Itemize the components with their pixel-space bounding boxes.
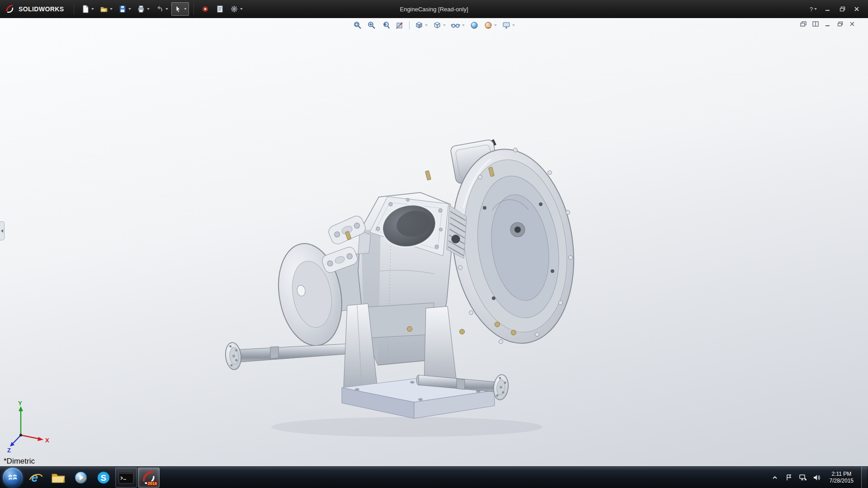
previous-view-button[interactable] (379, 19, 392, 31)
doc-minimize-button[interactable] (824, 20, 832, 28)
taskbar-internet-explorer[interactable]: e (25, 468, 47, 488)
command-prompt-icon (118, 471, 134, 484)
taskbar-solidworks[interactable]: 2015 (138, 468, 160, 488)
show-hidden-icons-button[interactable] (770, 471, 780, 484)
minimize-icon (825, 6, 830, 12)
network-icon (799, 474, 807, 481)
undo-arrow-icon (155, 5, 164, 14)
restore-button[interactable] (836, 4, 848, 14)
edit-appearance-button[interactable] (468, 19, 481, 31)
zoom-to-fit-button[interactable] (351, 19, 364, 31)
brand-text: SOLIDWORKS (19, 5, 64, 13)
start-button[interactable] (3, 468, 23, 488)
document-window-controls (799, 20, 856, 28)
taskbar-command-prompt[interactable] (115, 468, 137, 488)
engine-casing-model[interactable] (0, 18, 868, 466)
solidworks-app-icon: 2015 (141, 470, 156, 485)
save-button[interactable] (116, 2, 133, 16)
print-icon (137, 5, 146, 14)
taskbar-clock[interactable]: 2:11 PM 7/28/2015 (826, 471, 857, 484)
tile-windows-button[interactable] (811, 20, 820, 28)
chevron-up-icon (772, 475, 778, 480)
dropdown-caret-icon (814, 8, 817, 10)
taskbar-windows-explorer[interactable] (47, 468, 69, 488)
tile-icon (812, 21, 819, 27)
apply-scene-button[interactable] (482, 19, 499, 31)
save-floppy-icon (118, 5, 127, 14)
view-settings-button[interactable] (500, 19, 517, 31)
system-tray: 2:11 PM 7/28/2015 (770, 467, 868, 488)
restore-icon (840, 6, 845, 12)
volume-button[interactable] (812, 471, 822, 484)
clock-date: 7/28/2015 (830, 478, 854, 484)
doc-restore-button[interactable] (836, 20, 844, 28)
triad-z-label: Z (7, 447, 11, 453)
undo-button[interactable] (153, 2, 170, 16)
reference-triad: Y X Z (7, 400, 51, 453)
toolbar-separator (193, 4, 194, 14)
help-glyph: ? (810, 6, 813, 13)
view-orientation-button[interactable] (413, 19, 429, 31)
previous-view-icon (381, 21, 390, 30)
zoom-to-fit-icon (353, 21, 362, 30)
doc-close-button[interactable] (848, 20, 856, 28)
close-icon (854, 6, 859, 12)
view-settings-icon (502, 21, 511, 30)
dropdown-caret-icon (91, 8, 94, 10)
edit-appearance-sphere-icon (470, 21, 479, 30)
featuremanager-collapse-tab[interactable] (0, 221, 5, 240)
select-button[interactable] (171, 2, 189, 16)
solidworks-logo-icon (5, 4, 15, 14)
file-properties-button[interactable] (213, 2, 226, 16)
volume-speaker-icon (813, 474, 821, 481)
options-gear-icon (230, 5, 239, 14)
graphics-viewport: Y X Z *Dimetric (0, 18, 868, 466)
dropdown-caret-icon (494, 24, 497, 26)
solidworks-year-badge: 2015 (147, 481, 158, 486)
view-orientation-cube-icon (415, 21, 424, 30)
apply-scene-sphere-icon (484, 21, 493, 30)
minimize-button[interactable] (822, 4, 834, 14)
hide-show-items-button[interactable] (449, 19, 467, 31)
options-button[interactable] (227, 2, 245, 16)
action-center-flag-icon (785, 474, 793, 481)
dropdown-caret-icon (240, 8, 243, 10)
triad-y-label: Y (18, 400, 22, 407)
view-orientation-label: *Dimetric (4, 457, 35, 466)
dropdown-caret-icon (165, 8, 168, 10)
dropdown-caret-icon (147, 8, 150, 10)
open-folder-icon (99, 5, 108, 14)
dropdown-caret-icon (443, 24, 446, 26)
clock-time: 2:11 PM (830, 471, 854, 478)
section-view-button[interactable] (393, 19, 406, 31)
headsup-view-toolbar (351, 19, 517, 31)
standard-toolbar (79, 2, 189, 16)
open-button[interactable] (97, 2, 115, 16)
triad-x-label: X (45, 437, 49, 444)
taskbar-skype[interactable]: S (93, 468, 114, 488)
rebuild-button[interactable] (198, 2, 212, 16)
taskbar-media-player[interactable] (70, 468, 92, 488)
toolbar-separator (74, 4, 74, 14)
standard-toolbar-2 (198, 2, 245, 16)
print-button[interactable] (134, 2, 152, 16)
restore-icon (837, 21, 843, 27)
solidworks-brand: SOLIDWORKS (0, 4, 69, 14)
display-style-button[interactable] (431, 19, 448, 31)
zoom-to-area-button[interactable] (365, 19, 378, 31)
collapse-arrow-icon (1, 229, 3, 233)
show-desktop-button[interactable] (861, 467, 867, 488)
taskbar: e S (0, 466, 868, 488)
dropdown-caret-icon (462, 24, 465, 26)
zoom-to-area-icon (367, 21, 376, 30)
folder-icon (51, 471, 66, 484)
close-button[interactable] (851, 4, 863, 14)
cascade-icon (800, 21, 807, 27)
cascade-windows-button[interactable] (799, 20, 807, 28)
window-title: EngineCasing [Read-only] (400, 6, 468, 13)
help-button[interactable]: ? (807, 4, 819, 14)
new-document-button[interactable] (79, 2, 96, 16)
close-icon (849, 21, 855, 27)
action-center-button[interactable] (784, 471, 794, 484)
network-button[interactable] (798, 471, 808, 484)
